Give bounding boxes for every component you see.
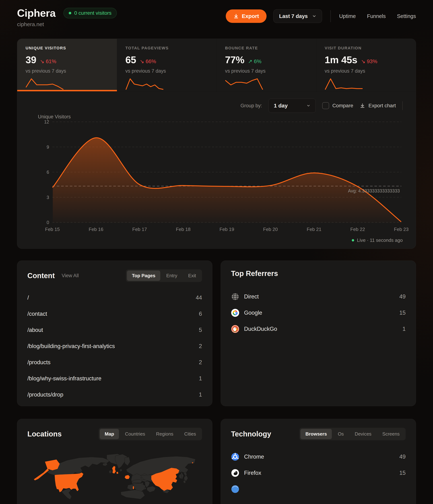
browser-row[interactable]: Chrome 49 bbox=[231, 449, 406, 465]
line-chart-plot[interactable] bbox=[52, 121, 401, 223]
content-rows: /44 /contact6 /about5 /blog/building-pri… bbox=[27, 290, 202, 403]
tab-browsers[interactable]: Browsers bbox=[301, 429, 332, 439]
referrer-row[interactable]: Direct 49 bbox=[231, 288, 406, 305]
chart-section: Group by: 1 day Compare Export chart Uni… bbox=[17, 91, 416, 249]
technology-title: Technology bbox=[231, 430, 271, 438]
tab-exit[interactable]: Exit bbox=[183, 270, 201, 281]
map-region-iceland bbox=[103, 463, 108, 466]
nav-item-funnels[interactable]: Funnels bbox=[367, 13, 386, 19]
export-button[interactable]: Export bbox=[226, 9, 267, 23]
locations-card: Locations Map Countries Regions Cities bbox=[17, 419, 212, 504]
sparkline-chart bbox=[125, 78, 164, 90]
download-icon bbox=[360, 103, 365, 108]
live-status-row: Live · 11 seconds ago bbox=[30, 237, 403, 243]
table-row[interactable]: /blog/building-privacy-first-analytics2 bbox=[27, 338, 202, 354]
stat-label: UNIQUE VISITORS bbox=[26, 46, 109, 50]
sparkline-chart bbox=[325, 78, 363, 90]
duckduckgo-icon bbox=[231, 325, 239, 333]
current-visitors-label: 0 current visitors bbox=[74, 10, 111, 16]
tab-cities[interactable]: Cities bbox=[179, 429, 201, 439]
site-domain: ciphera.net bbox=[17, 21, 117, 27]
map-region-ireland bbox=[109, 470, 112, 474]
content-title: Content bbox=[27, 272, 55, 280]
main-chart: Unique Visitors 036912 Avg: 4.3333333333… bbox=[30, 115, 403, 235]
world-map[interactable] bbox=[26, 452, 212, 504]
header: Ciphera 0 current visitors ciphera.net E… bbox=[0, 0, 433, 27]
nav-item-uptime[interactable]: Uptime bbox=[339, 13, 356, 19]
stat-compare-label: vs previous 7 days bbox=[125, 68, 208, 74]
stat-delta: ↘66% bbox=[140, 58, 156, 64]
stat-tile-unique-visitors[interactable]: UNIQUE VISITORS 39 ↘61% vs previous 7 da… bbox=[17, 39, 117, 91]
trend-up-icon: ↗ bbox=[248, 58, 252, 64]
tab-regions[interactable]: Regions bbox=[151, 429, 178, 439]
technology-rows: Chrome 49 Firefox 15 bbox=[231, 449, 406, 497]
browser-row-partial[interactable] bbox=[231, 481, 406, 497]
live-dot-icon bbox=[352, 239, 354, 242]
nav-item-settings[interactable]: Settings bbox=[397, 13, 416, 19]
stat-tile-bounce-rate[interactable]: BOUNCE RATE 77% ↗6% vs previous 7 days bbox=[216, 39, 316, 91]
x-tick-label: Feb 21 bbox=[307, 227, 321, 232]
map-region-united-kingdom bbox=[112, 466, 116, 474]
table-row[interactable]: /44 bbox=[27, 290, 202, 306]
tab-map[interactable]: Map bbox=[100, 429, 119, 439]
controls-divider bbox=[402, 101, 403, 110]
google-icon bbox=[231, 309, 239, 317]
tab-top-pages[interactable]: Top Pages bbox=[127, 270, 160, 281]
tab-devices[interactable]: Devices bbox=[350, 429, 376, 439]
map-region-japan bbox=[183, 472, 188, 483]
globe-icon bbox=[231, 292, 239, 301]
middle-row: Content View All Top Pages Entry Exit /4… bbox=[17, 261, 416, 406]
map-region-balkans bbox=[145, 481, 150, 488]
group-by-label: Group by: bbox=[241, 103, 262, 108]
table-row[interactable]: /about5 bbox=[27, 322, 202, 338]
table-row[interactable]: /blog/why-swiss-infrastructure1 bbox=[27, 370, 202, 387]
download-icon bbox=[233, 13, 239, 19]
stat-delta: ↘61% bbox=[40, 58, 56, 64]
browser-row[interactable]: Firefox 15 bbox=[231, 465, 406, 481]
header-actions: Export Last 7 days Uptime Funnels Settin… bbox=[226, 9, 416, 23]
stat-tile-visit-duration[interactable]: VISIT DURATION 1m 45s ↘93% vs previous 7… bbox=[316, 39, 416, 91]
stat-value: 39 bbox=[26, 54, 36, 65]
firefox-icon bbox=[231, 469, 239, 477]
view-all-link[interactable]: View All bbox=[62, 273, 79, 279]
trend-down-icon: ↘ bbox=[361, 58, 365, 64]
x-tick-label: Feb 20 bbox=[263, 227, 278, 232]
export-label: Export bbox=[242, 13, 259, 19]
chevron-down-icon bbox=[306, 104, 311, 108]
x-axis: Feb 15Feb 16Feb 17Feb 18Feb 19Feb 20Feb … bbox=[52, 227, 401, 233]
table-row[interactable]: /contact6 bbox=[27, 306, 202, 322]
main-nav: Uptime Funnels Settings bbox=[339, 13, 416, 19]
content-card: Content View All Top Pages Entry Exit /4… bbox=[17, 261, 212, 406]
map-region-africa bbox=[121, 490, 145, 499]
tab-screens[interactable]: Screens bbox=[378, 429, 405, 439]
technology-card: Technology Browsers Os Devices Screens bbox=[221, 419, 416, 504]
export-chart-button[interactable]: Export chart bbox=[360, 103, 396, 108]
date-range-value: Last 7 days bbox=[279, 13, 308, 19]
tab-entry[interactable]: Entry bbox=[161, 270, 182, 281]
stat-tile-total-pageviews[interactable]: TOTAL PAGEVIEWS 65 ↘66% vs previous 7 da… bbox=[117, 39, 217, 91]
y-tick-label: 9 bbox=[47, 144, 49, 150]
header-divider bbox=[330, 10, 331, 22]
live-dot-icon bbox=[69, 12, 71, 14]
sparkline-chart bbox=[225, 78, 263, 90]
referrer-row[interactable]: Google 15 bbox=[231, 305, 406, 321]
compare-checkbox[interactable] bbox=[322, 102, 329, 109]
table-row[interactable]: /products2 bbox=[27, 354, 202, 370]
map-region-israel bbox=[133, 486, 134, 489]
y-tick-label: 12 bbox=[44, 119, 49, 125]
x-tick-label: Feb 22 bbox=[350, 227, 365, 232]
stat-value: 65 bbox=[125, 54, 136, 65]
group-by-dropdown[interactable]: 1 day bbox=[268, 99, 316, 113]
date-range-dropdown[interactable]: Last 7 days bbox=[273, 9, 322, 23]
bottom-row: Locations Map Countries Regions Cities bbox=[17, 419, 416, 504]
referrer-row[interactable]: DuckDuckGo 1 bbox=[231, 321, 406, 337]
compare-toggle[interactable]: Compare bbox=[322, 102, 353, 109]
stat-delta: ↘93% bbox=[361, 58, 377, 64]
tab-countries[interactable]: Countries bbox=[120, 429, 150, 439]
current-visitors-badge[interactable]: 0 current visitors bbox=[63, 8, 117, 18]
trend-down-icon: ↘ bbox=[40, 58, 44, 64]
site-identity: Ciphera 0 current visitors ciphera.net bbox=[17, 7, 117, 27]
stat-compare-label: vs previous 7 days bbox=[26, 68, 109, 74]
table-row[interactable]: /products/drop1 bbox=[27, 387, 202, 403]
tab-os[interactable]: Os bbox=[333, 429, 349, 439]
